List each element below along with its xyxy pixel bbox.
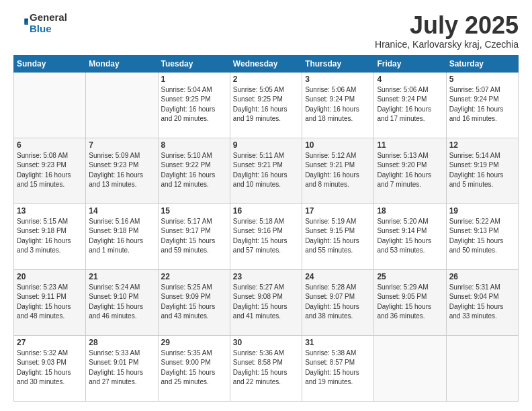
cell-day-number: 22 <box>161 272 227 281</box>
cell-day-number: 2 <box>233 75 299 84</box>
cell-day-number: 6 <box>17 140 83 150</box>
logo-general: General <box>30 12 67 24</box>
cell-day-info: Sunrise: 5:09 AM Sunset: 9:23 PM Dayligh… <box>89 151 154 190</box>
calendar-cell: 25Sunrise: 5:29 AM Sunset: 9:05 PM Dayli… <box>374 269 446 335</box>
cell-day-info: Sunrise: 5:22 AM Sunset: 9:13 PM Dayligh… <box>449 217 515 256</box>
cell-day-info: Sunrise: 5:17 AM Sunset: 9:17 PM Dayligh… <box>161 217 227 256</box>
cell-day-number: 23 <box>233 272 299 281</box>
calendar-cell <box>14 72 86 138</box>
cell-day-info: Sunrise: 5:24 AM Sunset: 9:10 PM Dayligh… <box>89 283 154 322</box>
cell-day-info: Sunrise: 5:38 AM Sunset: 8:57 PM Dayligh… <box>305 349 371 387</box>
calendar-cell: 26Sunrise: 5:31 AM Sunset: 9:04 PM Dayli… <box>446 269 518 335</box>
calendar-week-row: 27Sunrise: 5:32 AM Sunset: 9:03 PM Dayli… <box>14 335 519 401</box>
cell-day-number: 16 <box>233 206 299 216</box>
calendar-cell: 5Sunrise: 5:07 AM Sunset: 9:24 PM Daylig… <box>446 72 518 138</box>
cell-day-info: Sunrise: 5:12 AM Sunset: 9:21 PM Dayligh… <box>305 151 371 190</box>
cell-day-number: 3 <box>305 75 371 84</box>
cell-day-number: 7 <box>89 140 154 150</box>
calendar-cell: 13Sunrise: 5:15 AM Sunset: 9:18 PM Dayli… <box>14 203 86 269</box>
calendar-cell: 2Sunrise: 5:05 AM Sunset: 9:25 PM Daylig… <box>230 72 302 138</box>
calendar-week-row: 13Sunrise: 5:15 AM Sunset: 9:18 PM Dayli… <box>14 203 519 269</box>
header: General Blue July 2025 Hranice, Karlovar… <box>13 12 519 50</box>
logo-blue: Blue <box>30 24 67 35</box>
cell-day-number: 11 <box>377 140 443 150</box>
calendar-cell: 21Sunrise: 5:24 AM Sunset: 9:10 PM Dayli… <box>86 269 158 335</box>
calendar-cell: 20Sunrise: 5:23 AM Sunset: 9:11 PM Dayli… <box>14 269 86 335</box>
calendar-cell: 16Sunrise: 5:18 AM Sunset: 9:16 PM Dayli… <box>230 203 302 269</box>
cell-day-number: 10 <box>305 140 371 150</box>
cell-day-number: 13 <box>17 206 83 216</box>
cell-day-number: 5 <box>449 75 515 84</box>
calendar-cell: 27Sunrise: 5:32 AM Sunset: 9:03 PM Dayli… <box>14 335 86 401</box>
calendar-cell: 3Sunrise: 5:06 AM Sunset: 9:24 PM Daylig… <box>302 72 374 138</box>
calendar-weekday: Friday <box>374 55 446 72</box>
calendar-cell: 11Sunrise: 5:13 AM Sunset: 9:20 PM Dayli… <box>374 138 446 203</box>
cell-day-info: Sunrise: 5:06 AM Sunset: 9:24 PM Dayligh… <box>377 85 443 124</box>
main-title: July 2025 <box>375 12 519 39</box>
cell-day-number: 4 <box>377 75 443 84</box>
cell-day-number: 15 <box>161 206 227 216</box>
cell-day-number: 18 <box>377 206 443 216</box>
calendar-table: SundayMondayTuesdayWednesdayThursdayFrid… <box>13 55 519 402</box>
cell-day-number: 9 <box>233 140 299 150</box>
calendar-weekday: Thursday <box>302 55 374 72</box>
logo-text: General Blue <box>30 12 67 34</box>
cell-day-number: 19 <box>449 206 515 216</box>
cell-day-info: Sunrise: 5:23 AM Sunset: 9:11 PM Dayligh… <box>17 283 83 322</box>
cell-day-number: 30 <box>233 338 299 347</box>
calendar-cell: 24Sunrise: 5:28 AM Sunset: 9:07 PM Dayli… <box>302 269 374 335</box>
cell-day-number: 1 <box>161 75 227 84</box>
cell-day-info: Sunrise: 5:20 AM Sunset: 9:14 PM Dayligh… <box>377 217 443 256</box>
cell-day-info: Sunrise: 5:11 AM Sunset: 9:21 PM Dayligh… <box>233 151 299 190</box>
cell-day-info: Sunrise: 5:08 AM Sunset: 9:23 PM Dayligh… <box>17 151 83 190</box>
cell-day-number: 27 <box>17 338 83 347</box>
cell-day-number: 8 <box>161 140 227 150</box>
cell-day-number: 29 <box>161 338 227 347</box>
cell-day-number: 17 <box>305 206 371 216</box>
cell-day-info: Sunrise: 5:19 AM Sunset: 9:15 PM Dayligh… <box>305 217 371 256</box>
cell-day-info: Sunrise: 5:36 AM Sunset: 8:58 PM Dayligh… <box>233 349 299 387</box>
calendar-cell: 1Sunrise: 5:04 AM Sunset: 9:25 PM Daylig… <box>158 72 230 138</box>
calendar-cell <box>86 72 158 138</box>
calendar-cell: 22Sunrise: 5:25 AM Sunset: 9:09 PM Dayli… <box>158 269 230 335</box>
cell-day-info: Sunrise: 5:04 AM Sunset: 9:25 PM Dayligh… <box>161 85 227 124</box>
calendar-cell: 18Sunrise: 5:20 AM Sunset: 9:14 PM Dayli… <box>374 203 446 269</box>
cell-day-info: Sunrise: 5:05 AM Sunset: 9:25 PM Dayligh… <box>233 85 299 124</box>
calendar-weekday: Tuesday <box>158 55 230 72</box>
logo-icon <box>13 16 28 31</box>
cell-day-info: Sunrise: 5:15 AM Sunset: 9:18 PM Dayligh… <box>17 217 83 256</box>
cell-day-number: 20 <box>17 272 83 281</box>
calendar-cell <box>374 335 446 401</box>
calendar-cell: 17Sunrise: 5:19 AM Sunset: 9:15 PM Dayli… <box>302 203 374 269</box>
logo: General Blue <box>13 12 67 34</box>
calendar-cell: 8Sunrise: 5:10 AM Sunset: 9:22 PM Daylig… <box>158 138 230 203</box>
calendar-cell <box>446 335 518 401</box>
cell-day-info: Sunrise: 5:25 AM Sunset: 9:09 PM Dayligh… <box>161 283 227 322</box>
cell-day-info: Sunrise: 5:32 AM Sunset: 9:03 PM Dayligh… <box>17 349 83 387</box>
cell-day-info: Sunrise: 5:29 AM Sunset: 9:05 PM Dayligh… <box>377 283 443 322</box>
calendar-cell: 6Sunrise: 5:08 AM Sunset: 9:23 PM Daylig… <box>14 138 86 203</box>
cell-day-number: 31 <box>305 338 371 347</box>
calendar-week-row: 6Sunrise: 5:08 AM Sunset: 9:23 PM Daylig… <box>14 138 519 203</box>
cell-day-info: Sunrise: 5:07 AM Sunset: 9:24 PM Dayligh… <box>449 85 515 124</box>
calendar-cell: 29Sunrise: 5:35 AM Sunset: 9:00 PM Dayli… <box>158 335 230 401</box>
cell-day-number: 12 <box>449 140 515 150</box>
cell-day-info: Sunrise: 5:18 AM Sunset: 9:16 PM Dayligh… <box>233 217 299 256</box>
cell-day-number: 26 <box>449 272 515 281</box>
cell-day-info: Sunrise: 5:35 AM Sunset: 9:00 PM Dayligh… <box>161 349 227 387</box>
subtitle: Hranice, Karlovarsky kraj, Czechia <box>375 39 519 50</box>
cell-day-info: Sunrise: 5:27 AM Sunset: 9:08 PM Dayligh… <box>233 283 299 322</box>
calendar-cell: 10Sunrise: 5:12 AM Sunset: 9:21 PM Dayli… <box>302 138 374 203</box>
cell-day-info: Sunrise: 5:10 AM Sunset: 9:22 PM Dayligh… <box>161 151 227 190</box>
cell-day-info: Sunrise: 5:28 AM Sunset: 9:07 PM Dayligh… <box>305 283 371 322</box>
title-block: July 2025 Hranice, Karlovarsky kraj, Cze… <box>375 12 519 50</box>
calendar-week-row: 20Sunrise: 5:23 AM Sunset: 9:11 PM Dayli… <box>14 269 519 335</box>
cell-day-info: Sunrise: 5:06 AM Sunset: 9:24 PM Dayligh… <box>305 85 371 124</box>
calendar-cell: 28Sunrise: 5:33 AM Sunset: 9:01 PM Dayli… <box>86 335 158 401</box>
calendar-week-row: 1Sunrise: 5:04 AM Sunset: 9:25 PM Daylig… <box>14 72 519 138</box>
cell-day-info: Sunrise: 5:31 AM Sunset: 9:04 PM Dayligh… <box>449 283 515 322</box>
calendar-weekday: Sunday <box>14 55 86 72</box>
cell-day-info: Sunrise: 5:16 AM Sunset: 9:18 PM Dayligh… <box>89 217 154 256</box>
cell-day-info: Sunrise: 5:33 AM Sunset: 9:01 PM Dayligh… <box>89 349 154 387</box>
calendar-weekday: Wednesday <box>230 55 302 72</box>
